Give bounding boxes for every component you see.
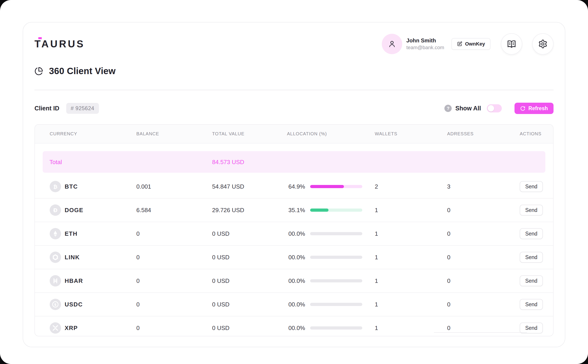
currency-cell: ETH [35, 228, 136, 239]
currency-name: BTC [65, 183, 78, 190]
svg-text:$: $ [54, 303, 57, 307]
send-button[interactable]: Send [520, 275, 543, 286]
wallets-count: 1 [375, 230, 447, 237]
table-row: LINK 0 0 USD 00.0% 1 0 Send [35, 246, 553, 269]
balance-value: 0.001 [136, 183, 212, 190]
page-title: 360 Client View [49, 66, 116, 76]
currency-name: DOGE [65, 207, 84, 214]
btc-icon: ₿ [50, 181, 61, 192]
allocation-percent: 00.0% [287, 325, 305, 332]
allocation-percent: 00.0% [287, 301, 305, 308]
client-controls-row: Client ID # 925624 ? Show All Refresh [34, 103, 554, 114]
allocation-bar [310, 232, 362, 235]
total-value: 0 USD [212, 277, 287, 285]
table-row: HBAR 0 0 USD 00.0% 1 0 Send [35, 269, 553, 293]
currency-cell: $ USDC [35, 299, 136, 310]
user-email: team@bank.com [406, 45, 444, 51]
ownkey-label: OwnKey [465, 41, 485, 47]
user-name: John Smith [406, 37, 444, 44]
svg-text:₿: ₿ [53, 184, 57, 190]
allocation-bar [310, 185, 362, 188]
allocation-bar-fill [310, 208, 329, 212]
address-book-icon [507, 39, 516, 49]
eth-icon [50, 228, 61, 239]
currency-name: ETH [65, 230, 78, 237]
holdings-table: CURRENCY BALANCE TOTAL VALUE ALLOCATION … [34, 124, 554, 336]
table-row: XRP 0 0 USD 00.0% 1 0 Send [35, 316, 553, 336]
address-book-button[interactable] [501, 33, 522, 55]
header-actions: John Smith team@bank.com OwnKey [382, 33, 554, 55]
allocation-percent: 00.0% [287, 230, 305, 237]
ownkey-button[interactable]: OwnKey [451, 38, 490, 50]
table-header: CURRENCY BALANCE TOTAL VALUE ALLOCATION … [35, 125, 553, 143]
send-button[interactable]: Send [520, 299, 543, 310]
wallets-count: 2 [375, 183, 447, 190]
show-all-label: Show All [455, 105, 481, 112]
wallets-count: 1 [375, 277, 447, 285]
column-header-actions: ACTIONS [520, 131, 554, 136]
settings-button[interactable] [532, 33, 554, 55]
send-button[interactable]: Send [520, 323, 543, 333]
wallets-count: 1 [375, 207, 447, 214]
allocation-bar [310, 326, 362, 330]
currency-cell: Ð DOGE [35, 204, 136, 216]
top-bar: TAURUS John Smith team@bank.com Own [34, 34, 554, 54]
balance-value: 0 [136, 254, 212, 261]
link-icon [50, 252, 61, 263]
column-header-adresses: ADRESSES [447, 131, 520, 136]
currency-name: LINK [65, 254, 80, 261]
send-button[interactable]: Send [520, 205, 543, 215]
table-controls: ? Show All Refresh [444, 103, 554, 114]
table-body: ₿ BTC 0.001 54.847 USD 64.9% 2 3 Send Ð … [35, 175, 553, 336]
main-card: TAURUS John Smith team@bank.com Own [23, 22, 565, 347]
currency-cell: XRP [35, 322, 136, 334]
send-button[interactable]: Send [520, 228, 543, 239]
total-value: 54.847 USD [212, 183, 287, 190]
adresses-count: 0 [447, 254, 520, 261]
refresh-icon [520, 106, 525, 111]
balance-value: 0 [136, 277, 212, 285]
svg-text:Ð: Ð [53, 207, 58, 213]
wallets-count: 1 [375, 301, 447, 308]
divider [34, 90, 554, 90]
settings-gear-icon [538, 39, 548, 49]
show-all-toggle[interactable] [487, 104, 502, 112]
currency-cell: HBAR [35, 275, 136, 286]
allocation-percent: 35.1% [287, 207, 305, 214]
currency-cell: LINK [35, 252, 136, 263]
taurus-logo: TAURUS [34, 38, 85, 50]
table-row: $ USDC 0 0 USD 00.0% 1 0 Send [35, 293, 553, 316]
adresses-count: 0 [447, 207, 520, 214]
refresh-label: Refresh [528, 105, 548, 111]
allocation-bar [310, 279, 362, 282]
balance-value: 0 [136, 325, 212, 332]
allocation-cell: 00.0% [287, 230, 375, 237]
currency-name: XRP [65, 325, 78, 332]
avatar[interactable] [382, 34, 402, 54]
total-value: 0 USD [212, 301, 287, 308]
balance-value: 6.584 [136, 207, 212, 214]
column-header-allocation: ALLOCATION (%) [287, 131, 375, 136]
toggle-knob [488, 105, 494, 111]
total-value: 29.726 USD [212, 207, 287, 214]
allocation-cell: 00.0% [287, 254, 375, 261]
allocation-percent: 64.9% [287, 183, 305, 190]
refresh-button[interactable]: Refresh [515, 103, 554, 114]
allocation-bar [310, 208, 362, 212]
allocation-bar [310, 303, 362, 306]
adresses-count: 3 [447, 183, 520, 190]
allocation-percent: 00.0% [287, 254, 305, 261]
help-icon[interactable]: ? [444, 105, 452, 112]
column-header-balance: BALANCE [136, 131, 212, 136]
column-header-currency: CURRENCY [35, 131, 136, 136]
send-button[interactable]: Send [520, 181, 543, 192]
client-id-group: Client ID # 925624 [34, 103, 99, 114]
pie-chart-icon [34, 67, 43, 76]
table-row: Ð DOGE 6.584 29.726 USD 35.1% 1 0 Send [35, 199, 553, 222]
total-label: Total [49, 158, 62, 165]
allocation-cell: 35.1% [287, 207, 375, 214]
user-icon [387, 39, 396, 48]
total-value: 0 USD [212, 325, 287, 332]
send-button[interactable]: Send [520, 252, 543, 263]
xrp-icon [50, 322, 61, 334]
